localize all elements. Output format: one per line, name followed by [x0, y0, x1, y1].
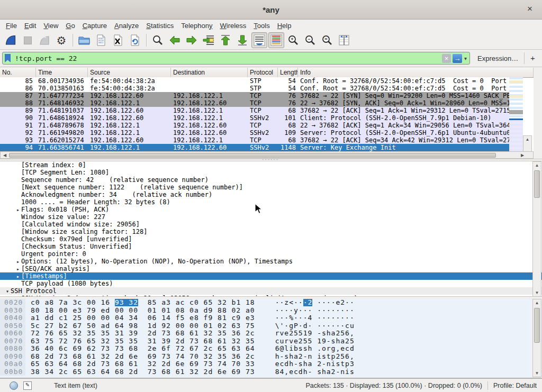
hex-ascii[interactable]: \'·gP·d· ······cu [275, 322, 355, 330]
scroll-thumb[interactable] [9, 153, 496, 158]
hex-row-0020[interactable]: 0020c0 a8 7a 3c 00 16 93 32 85 a3 ac c0 … [0, 299, 542, 307]
detail-row[interactable]: ▸Flags: 0x018 (PSH, ACK) [0, 206, 542, 213]
go-first-icon[interactable] [218, 32, 233, 48]
detail-row[interactable]: Acknowledgment number: 34 (relative ack … [0, 191, 542, 198]
detail-row[interactable]: TCP payload (1080 bytes) [0, 280, 542, 287]
scroll-thumb[interactable] [534, 308, 540, 343]
profile-button[interactable]: Profile: Default [493, 382, 537, 389]
hex-bytes[interactable]: 36 40 6c 69 62 73 73 68 2e 6f 72 67 2c 6… [31, 344, 255, 352]
hex-bytes[interactable]: 63 75 72 76 65 32 35 35 31 39 2d 73 68 6… [31, 337, 255, 345]
expert-info-icon[interactable] [10, 381, 18, 390]
detail-row[interactable]: [Stream index: 0] [0, 161, 542, 169]
display-filter-input[interactable]: !tcp.port == 22 × → ▾ [2, 52, 470, 65]
menu-edit[interactable]: Edit [21, 21, 40, 31]
packet-list-minimap[interactable] [509, 77, 523, 151]
colorize-icon[interactable] [268, 32, 284, 48]
scroll-thumb[interactable] [534, 170, 540, 198]
scroll-down-icon[interactable]: ▼ [533, 290, 541, 295]
column-header-length[interactable]: Length [278, 68, 298, 77]
collapsed-icon[interactable]: ▸ [15, 258, 21, 266]
packet-row-92[interactable]: 9271.661949820192.168.122.1192.168.122.6… [0, 129, 509, 136]
hex-ascii[interactable]: ···%···4 ········ [275, 314, 355, 322]
packet-row-94[interactable]: 9471.663856741192.168.122.1192.168.122.6… [0, 144, 509, 151]
hex-bytes[interactable]: 5c 27 b2 67 50 ad 64 98 1d 92 00 00 01 0… [31, 322, 255, 330]
zoom-original-icon[interactable]: = [319, 32, 335, 48]
expanded-icon[interactable]: ▾ [4, 288, 11, 295]
collapsed-icon[interactable]: ▸ [15, 273, 21, 280]
hex-ascii[interactable]: 84,ecdh- sha2-nis [275, 368, 355, 376]
go-to-packet-icon[interactable] [201, 32, 216, 48]
detail-row[interactable]: [Calculated window size: 29056] [0, 221, 542, 228]
packet-row-87[interactable]: 8771.647777234192.168.122.60192.168.122.… [0, 92, 509, 99]
filter-history-caret-icon[interactable]: ▾ [464, 56, 467, 61]
packet-row-85[interactable]: 8568.001734936fe:54:00:d4:38:2aSTP54Conf… [0, 77, 509, 85]
menu-analyze[interactable]: Analyze [111, 21, 142, 31]
packet-row-86[interactable]: 8670.013850163fe:54:00:d4:38:2aSTP54Conf… [0, 85, 509, 92]
detail-row[interactable]: Checksum: 0x79ed [unverified] [0, 235, 542, 243]
menu-wireless[interactable]: Wireless [216, 21, 250, 31]
go-back-icon[interactable] [167, 32, 183, 48]
scroll-up-icon[interactable]: ▲ [533, 300, 541, 305]
hex-ascii[interactable]: curve255 19-sha25 [275, 337, 355, 345]
apply-filter-icon[interactable]: → [453, 54, 462, 63]
hex-bytes[interactable]: a1 dd c1 25 00 00 04 34 06 14 f5 e8 f9 8… [31, 314, 255, 322]
detail-row[interactable]: Urgent pointer: 0 [0, 250, 542, 258]
detail-row[interactable]: [Window size scaling factor: 128] [0, 228, 542, 235]
menu-file[interactable]: File [2, 21, 21, 31]
open-file-icon[interactable] [76, 32, 92, 48]
zoom-out-icon[interactable]: − [302, 32, 318, 48]
hex-bytes[interactable]: 68 2d 73 68 61 32 2d 6e 69 73 74 70 32 3… [31, 352, 255, 360]
hex-row-0030[interactable]: 003080 18 00 e3 79 ed 00 00 01 01 08 0a … [0, 307, 542, 315]
column-header-info[interactable]: Info [298, 68, 534, 77]
collapsed-icon[interactable]: ▸ [15, 206, 21, 214]
column-header-source[interactable]: Source [88, 68, 171, 77]
hex-ascii[interactable]: 6@libssh .org,ecd [275, 344, 355, 352]
clear-filter-icon[interactable]: × [442, 54, 451, 63]
scroll-up-icon[interactable]: ▲ [533, 163, 541, 168]
capture-options-icon[interactable]: ⚙ [53, 32, 69, 48]
menu-statistics[interactable]: Statistics [142, 21, 177, 31]
hex-row-00a0[interactable]: 00a065 63 64 68 2d 73 68 61 32 2d 6e 69 … [0, 360, 542, 368]
hex-ascii[interactable]: rve25519 -sha256, [275, 329, 355, 337]
capture-comment-icon[interactable]: ✎ [23, 381, 32, 390]
detail-row[interactable]: Sequence number: 42 (relative sequence n… [0, 176, 542, 184]
hex-ascii[interactable]: h-sha2-n istp256, [275, 352, 355, 360]
detail-row[interactable]: ▸[SEQ/ACK analysis] [0, 265, 542, 272]
go-forward-icon[interactable] [184, 32, 200, 48]
column-header-protocol[interactable]: Protocol [248, 68, 278, 77]
menu-tools[interactable]: Tools [250, 21, 273, 31]
save-file-icon[interactable]: 010101100011 [93, 32, 109, 48]
hex-row-0090[interactable]: 009068 2d 73 68 61 32 2d 6e 69 73 74 70 … [0, 353, 542, 361]
hex-bytes[interactable]: 38 34 2c 65 63 64 68 2d 73 68 61 32 2d 6… [31, 368, 255, 376]
filter-text[interactable]: !tcp.port == 22 [15, 54, 442, 62]
vertical-scrollbar[interactable]: ▲▼ [532, 161, 541, 297]
detail-row[interactable]: [Checksum Status: Unverified] [0, 243, 542, 250]
menu-telephony[interactable]: Telephony [177, 21, 216, 31]
close-file-icon[interactable] [110, 32, 126, 48]
packet-row-90[interactable]: 9071.648618924192.168.122.60192.168.122.… [0, 114, 509, 122]
packet-row-93[interactable]: 9371.662015274192.168.122.60192.168.122.… [0, 136, 509, 144]
detail-row[interactable]: [TCP Segment Len: 1080] [0, 169, 542, 176]
detail-row[interactable]: ▸[Timestamps] [0, 272, 542, 280]
scroll-right-icon[interactable]: ▶ [519, 153, 526, 158]
expression-button[interactable]: Expression… [477, 54, 518, 62]
scroll-down-icon[interactable]: ▼ [533, 371, 541, 376]
detail-row[interactable]: ▾SSH Protocol [0, 287, 542, 295]
detail-row[interactable]: Window size value: 227 [0, 213, 542, 221]
hex-bytes[interactable]: 72 76 65 32 35 35 31 39 2d 73 68 61 32 3… [31, 329, 255, 337]
start-capture-icon[interactable] [3, 32, 19, 48]
hex-bytes[interactable]: c0 a8 7a 3c 00 16 93 32 85 a3 ac c0 65 3… [31, 299, 255, 306]
column-header-no[interactable]: No. [0, 68, 36, 77]
hex-row-0050[interactable]: 00505c 27 b2 67 50 ad 64 98 1d 92 00 00 … [0, 322, 542, 330]
resize-columns-icon[interactable] [336, 32, 352, 48]
detail-row[interactable]: 1000 .... = Header Length: 32 bytes (8) [0, 198, 542, 206]
auto-scroll-icon[interactable] [251, 32, 267, 48]
zoom-in-icon[interactable]: + [285, 32, 301, 48]
find-packet-icon[interactable] [150, 32, 166, 48]
hex-row-0060[interactable]: 006072 76 65 32 35 35 31 39 2d 73 68 61 … [0, 330, 542, 338]
add-filter-button[interactable]: + [530, 53, 535, 62]
column-header-time[interactable]: Time [36, 68, 88, 77]
hex-row-0080[interactable]: 008036 40 6c 69 62 73 73 68 2e 6f 72 67 … [0, 345, 542, 353]
hex-bytes[interactable]: 65 63 64 68 2d 73 68 61 32 2d 6e 69 73 7… [31, 360, 255, 368]
menu-view[interactable]: View [40, 21, 62, 31]
